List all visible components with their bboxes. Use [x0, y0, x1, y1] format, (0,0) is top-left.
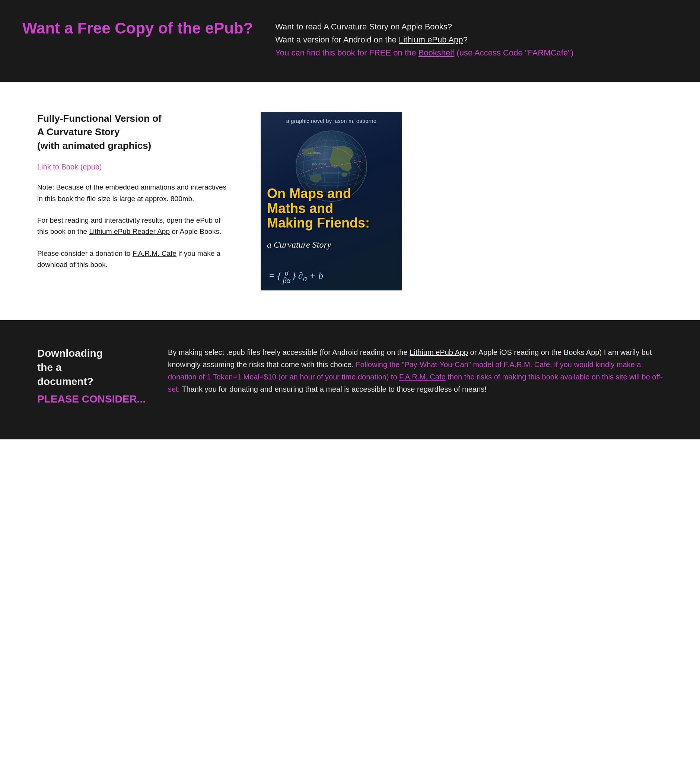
book-title-heading: Fully-Functional Version ofA Curvature S… — [37, 112, 231, 152]
bottom-banner-title: Downloadingthe adocument? PLEASE CONSIDE… — [37, 346, 146, 406]
svg-text:EQUATOR: EQUATOR — [312, 163, 327, 166]
banner-line2-end: ? — [463, 35, 467, 44]
main-content: Fully-Functional Version ofA Curvature S… — [0, 82, 700, 320]
body-start: By making select .epub files freely acce… — [168, 348, 410, 356]
top-banner: Want a Free Copy of the ePub? Want to re… — [0, 0, 700, 82]
bottom-banner-content: By making select .epub files freely acce… — [168, 346, 663, 395]
farm-cafe-link-main[interactable]: F.A.R.M. Cafe — [133, 250, 177, 257]
book-cover: a graphic novel by jason m. osborne — [261, 112, 402, 290]
banner-title: Want a Free Copy of the ePub? — [22, 18, 253, 38]
svg-text:LATITUDE: LATITUDE — [308, 152, 321, 154]
banner-line2: Want a version for Android on the Lithiu… — [275, 33, 573, 46]
banner-line1: Want to read A Curvature Story on Apple … — [275, 20, 573, 33]
bottom-banner: Downloadingthe adocument? PLEASE CONSIDE… — [0, 320, 700, 440]
banner-line3: You can find this book for FREE on the B… — [275, 46, 573, 59]
banner-line2-text: Want a version for Android on the — [275, 35, 399, 44]
cover-title-main: On Maps and Maths and Making Friends: — [261, 186, 402, 230]
note3: Please consider a donation to F.A.R.M. C… — [37, 248, 231, 271]
note1: Note: Because of the embedded animations… — [37, 182, 231, 205]
lithium-app-link-top[interactable]: Lithium ePub App — [399, 35, 463, 44]
banner-line3-purple-end: (use Access Code "FARMCafe") — [454, 48, 573, 57]
lithium-reader-link[interactable]: Lithium ePub Reader App — [89, 228, 170, 235]
note3-start: Please consider a donation to — [37, 250, 133, 257]
cover-subtitle: a Curvature Story — [261, 240, 402, 250]
right-panel: a graphic novel by jason m. osborne — [261, 112, 402, 290]
cover-author: a graphic novel by jason m. osborne — [261, 118, 402, 124]
please-consider-text: PLEASE CONSIDER... — [37, 392, 146, 406]
banner-line3-purple-start: You can find this book for FREE on the — [275, 48, 418, 57]
banner-content: Want to read A Curvature Story on Apple … — [275, 18, 573, 60]
svg-point-10 — [342, 172, 347, 177]
note2: For best reading and interactivity resul… — [37, 215, 231, 238]
body-end: Thank you for donating and ensuring that… — [180, 385, 486, 393]
downloading-text: Downloadingthe adocument? — [37, 347, 103, 387]
farm-cafe-link-bottom[interactable]: F.A.R.M. Cafe — [399, 373, 445, 381]
note2-end: or Apple Books. — [170, 228, 221, 235]
epub-link[interactable]: Link to Book (epub) — [37, 163, 102, 171]
cover-formula: = {σβα} ∂σ + b — [261, 269, 402, 284]
lithium-epub-link-bottom[interactable]: Lithium ePub App — [410, 348, 468, 356]
left-panel: Fully-Functional Version ofA Curvature S… — [37, 112, 231, 281]
bookshelf-link[interactable]: Bookshelf — [418, 48, 455, 57]
